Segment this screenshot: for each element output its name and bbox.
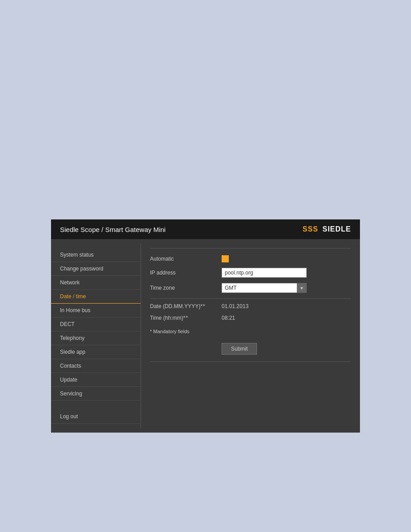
header: Siedle Scope / Smart Gateway Mini SSS SI… bbox=[51, 219, 360, 239]
sidebar-item-update[interactable]: Update bbox=[51, 373, 141, 387]
content-area: Automatic IP address Time zone GMT UTC C… bbox=[141, 244, 360, 428]
sidebar-item-in-home-bus[interactable]: In Home bus bbox=[51, 304, 141, 317]
submit-row: Submit bbox=[150, 339, 351, 355]
sidebar-item-date-time[interactable]: Date / time bbox=[51, 290, 141, 304]
sidebar-item-system-status[interactable]: System status bbox=[51, 248, 141, 262]
logo-sss: SSS bbox=[303, 225, 318, 233]
ip-address-row: IP address bbox=[150, 268, 351, 278]
header-logo: SSS SIEDLE bbox=[303, 225, 351, 233]
sidebar-item-change-password[interactable]: Change password bbox=[51, 262, 141, 276]
sidebar-item-contacts[interactable]: Contacts bbox=[51, 359, 141, 373]
time-zone-label: Time zone bbox=[150, 285, 222, 291]
sidebar-item-network[interactable]: Network bbox=[51, 276, 141, 290]
date-label: Date (DD.MM.YYYY)* bbox=[150, 303, 222, 309]
top-divider bbox=[150, 248, 351, 249]
time-row: Time (hh:mm)* 08:21 bbox=[150, 315, 351, 321]
mandatory-row: * Mandatory fields bbox=[150, 326, 351, 334]
sidebar-item-telephony[interactable]: Telephony bbox=[51, 331, 141, 345]
submit-button[interactable]: Submit bbox=[222, 343, 257, 355]
sidebar-item-siedle-app[interactable]: Siedle app bbox=[51, 345, 141, 359]
time-zone-select[interactable]: GMT UTC CET EST PST bbox=[222, 283, 307, 293]
date-value: 01.01.2013 bbox=[222, 303, 248, 309]
bottom-divider bbox=[150, 361, 351, 362]
sidebar: System status Change password Network Da… bbox=[51, 244, 141, 428]
app-container: Siedle Scope / Smart Gateway Mini SSS SI… bbox=[51, 219, 360, 433]
mandatory-note: * Mandatory fields bbox=[150, 329, 189, 334]
logo-siedle: SIEDLE bbox=[322, 225, 351, 233]
time-zone-wrapper: GMT UTC CET EST PST ▼ bbox=[222, 283, 307, 293]
sidebar-item-log-out[interactable]: Log out bbox=[51, 410, 141, 424]
sidebar-item-servicing[interactable]: Servicing bbox=[51, 387, 141, 401]
main-layout: System status Change password Network Da… bbox=[51, 239, 360, 433]
mid-divider bbox=[150, 298, 351, 299]
date-row: Date (DD.MM.YYYY)* 01.01.2013 bbox=[150, 303, 351, 309]
time-label: Time (hh:mm)* bbox=[150, 315, 222, 321]
automatic-checkbox[interactable] bbox=[222, 255, 229, 262]
automatic-row: Automatic bbox=[150, 255, 351, 262]
ip-address-input[interactable] bbox=[222, 268, 307, 278]
ip-address-label: IP address bbox=[150, 270, 222, 276]
time-value: 08:21 bbox=[222, 315, 235, 321]
header-title: Siedle Scope / Smart Gateway Mini bbox=[60, 226, 166, 233]
time-zone-row: Time zone GMT UTC CET EST PST ▼ bbox=[150, 283, 351, 293]
sidebar-item-dect[interactable]: DECT bbox=[51, 317, 141, 331]
automatic-label: Automatic bbox=[150, 256, 222, 262]
